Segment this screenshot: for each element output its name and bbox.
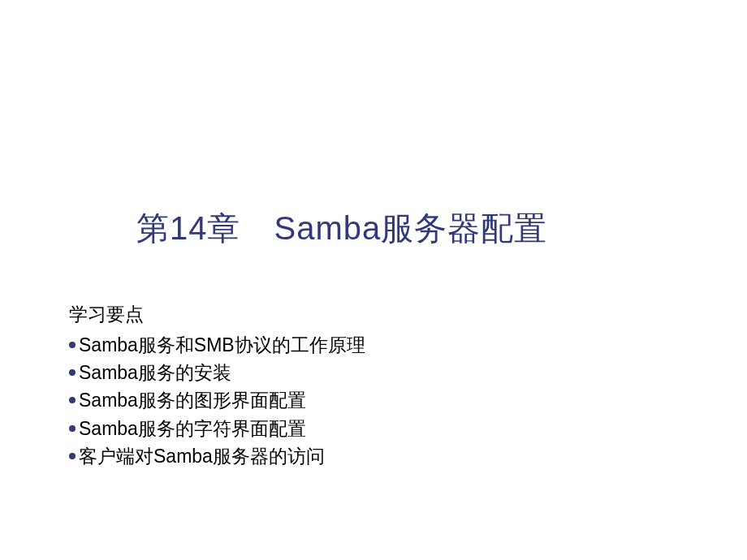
- bullet-icon: [69, 453, 76, 459]
- bullet-icon: [69, 369, 76, 376]
- bullet-text: Samba服务的安装: [79, 360, 231, 386]
- list-item: Samba服务的安装: [69, 360, 365, 386]
- bullet-text: Samba服务和SMB协议的工作原理: [79, 332, 365, 358]
- list-item: 客户端对Samba服务器的访问: [69, 443, 365, 469]
- slide-title: 第14章 Samba服务器配置: [136, 206, 547, 251]
- bullet-icon: [69, 397, 76, 403]
- bullet-list: Samba服务和SMB协议的工作原理 Samba服务的安装 Samba服务的图形…: [69, 332, 365, 469]
- bullet-text: Samba服务的字符界面配置: [79, 416, 306, 442]
- list-item: Samba服务的字符界面配置: [69, 416, 365, 442]
- list-item: Samba服务和SMB协议的工作原理: [69, 332, 365, 358]
- bullet-icon: [69, 425, 76, 432]
- bullet-icon: [69, 342, 76, 348]
- presentation-slide: 第14章 Samba服务器配置 学习要点 Samba服务和SMB协议的工作原理 …: [0, 0, 747, 560]
- slide-content: 学习要点 Samba服务和SMB协议的工作原理 Samba服务的安装 Samba…: [69, 302, 365, 471]
- content-heading: 学习要点: [69, 302, 365, 327]
- list-item: Samba服务的图形界面配置: [69, 387, 365, 413]
- bullet-text: 客户端对Samba服务器的访问: [79, 443, 325, 469]
- bullet-text: Samba服务的图形界面配置: [79, 387, 306, 413]
